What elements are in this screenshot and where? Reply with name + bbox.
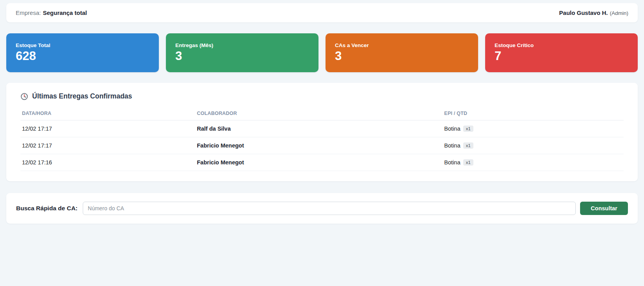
stat-card-entregas-mes: Entregas (Mês) 3 bbox=[166, 33, 318, 72]
clock-icon bbox=[20, 93, 28, 100]
qty-badge: x1 bbox=[463, 126, 473, 132]
quick-search-panel: Busca Rápida de CA: Consultar bbox=[6, 193, 638, 224]
cell-collaborator: Fabricio Menegot bbox=[195, 154, 443, 171]
stat-label: Estoque Crítico bbox=[495, 42, 628, 48]
column-header-datetime: DATA/HORA bbox=[20, 107, 195, 120]
user-name: Paulo Gustavo H. bbox=[559, 9, 608, 16]
stat-card-estoque-total: Estoque Total 628 bbox=[6, 33, 159, 72]
epi-name: Botina bbox=[444, 142, 460, 149]
cell-datetime: 12/02 17:16 bbox=[20, 154, 195, 171]
stat-label: CAs a Vencer bbox=[335, 42, 469, 48]
stat-value: 3 bbox=[175, 49, 309, 63]
deliveries-title: Últimas Entregas Confirmadas bbox=[32, 92, 132, 100]
cell-collaborator: Ralf da Silva bbox=[195, 120, 443, 137]
user-role: (Admin) bbox=[610, 10, 628, 16]
table-header-row: DATA/HORA COLABORADOR EPI / QTD bbox=[20, 107, 624, 120]
cell-datetime: 12/02 17:17 bbox=[20, 120, 195, 137]
stat-value: 3 bbox=[335, 49, 469, 63]
epi-name: Botina bbox=[444, 126, 460, 132]
user-info: Paulo Gustavo H.(Admin) bbox=[559, 9, 628, 16]
stat-value: 7 bbox=[495, 49, 628, 63]
table-row: 12/02 17:17 Ralf da Silva Botinax1 bbox=[20, 120, 624, 137]
epi-name: Botina bbox=[444, 159, 460, 166]
column-header-collaborator: COLABORADOR bbox=[195, 107, 443, 120]
company-info: Empresa:Segurança total bbox=[16, 9, 87, 16]
cell-epi: Botinax1 bbox=[443, 137, 624, 154]
stat-card-estoque-critico: Estoque Crítico 7 bbox=[485, 33, 638, 72]
table-row: 12/02 17:17 Fabricio Menegot Botinax1 bbox=[20, 137, 624, 154]
consult-button[interactable]: Consultar bbox=[580, 202, 628, 215]
company-name: Segurança total bbox=[43, 9, 87, 16]
deliveries-table: DATA/HORA COLABORADOR EPI / QTD 12/02 17… bbox=[20, 107, 624, 171]
stat-label: Entregas (Mês) bbox=[175, 42, 309, 48]
stat-value: 628 bbox=[16, 49, 149, 63]
stat-card-cas-a-vencer: CAs a Vencer 3 bbox=[326, 33, 478, 72]
qty-badge: x1 bbox=[463, 159, 473, 166]
column-header-epi-qtd: EPI / QTD bbox=[443, 107, 624, 120]
ca-number-input[interactable] bbox=[83, 202, 576, 215]
stat-cards-row: Estoque Total 628 Entregas (Mês) 3 CAs a… bbox=[6, 33, 638, 72]
qty-badge: x1 bbox=[463, 142, 473, 149]
deliveries-title-row: Últimas Entregas Confirmadas bbox=[20, 92, 624, 100]
cell-epi: Botinax1 bbox=[443, 154, 624, 171]
cell-datetime: 12/02 17:17 bbox=[20, 137, 195, 154]
search-label: Busca Rápida de CA: bbox=[16, 205, 78, 212]
company-label: Empresa: bbox=[16, 9, 41, 16]
stat-label: Estoque Total bbox=[16, 42, 149, 48]
table-row: 12/02 17:16 Fabricio Menegot Botinax1 bbox=[20, 154, 624, 171]
cell-collaborator: Fabricio Menegot bbox=[195, 137, 443, 154]
deliveries-panel: Últimas Entregas Confirmadas DATA/HORA C… bbox=[6, 83, 638, 181]
top-bar: Empresa:Segurança total Paulo Gustavo H.… bbox=[6, 3, 638, 22]
cell-epi: Botinax1 bbox=[443, 120, 624, 137]
